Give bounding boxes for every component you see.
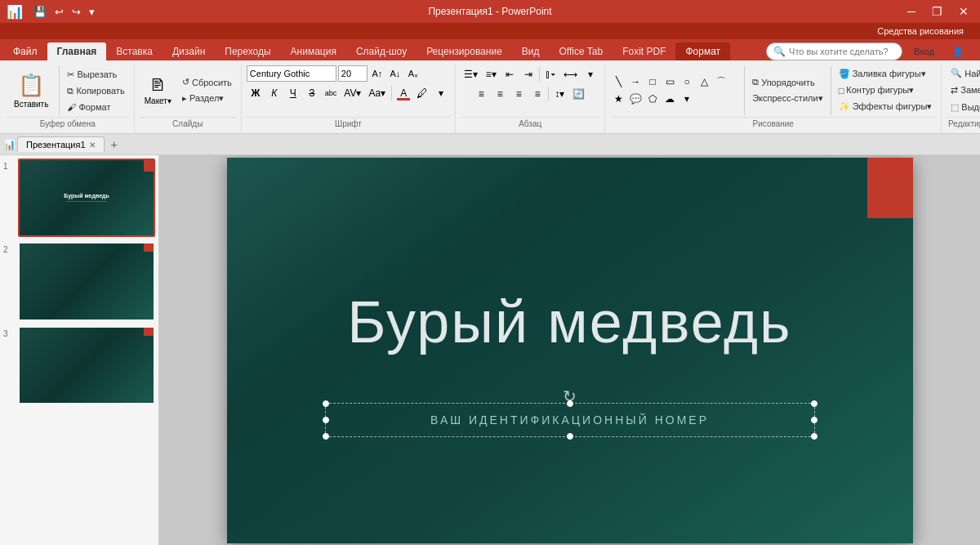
decrease-indent-button[interactable]: ⇤: [501, 65, 519, 83]
tab-officetab[interactable]: Office Tab: [550, 42, 613, 60]
font-size-up-button[interactable]: A↑: [369, 65, 385, 82]
express-styles-button[interactable]: Экспресс-стили▾: [748, 91, 826, 106]
justify-button[interactable]: ≡: [528, 85, 546, 103]
slide-canvas[interactable]: Бурый медведь ↻ ВАШ ИДЕНТИФИКАЦИОННЫЙ НО…: [227, 158, 913, 543]
slide-item-3[interactable]: 3: [3, 326, 155, 404]
paste-button[interactable]: 📋 Вставить: [7, 69, 56, 113]
underline-button[interactable]: Ч: [284, 84, 302, 102]
shape-star-button[interactable]: ★: [610, 91, 626, 107]
tab-file[interactable]: Файл: [3, 42, 47, 60]
handle-bottom-center[interactable]: [567, 433, 573, 440]
handle-top-left[interactable]: [323, 400, 329, 407]
tab-view[interactable]: Вид: [512, 42, 550, 60]
search-box[interactable]: 🔍: [766, 42, 902, 60]
font-name-input[interactable]: [247, 65, 336, 82]
slide-main-title[interactable]: Бурый медведь: [227, 288, 913, 355]
new-tab-button[interactable]: +: [105, 136, 124, 154]
search-input[interactable]: [789, 47, 895, 56]
slide-thumb-2[interactable]: [18, 242, 155, 320]
shape-rounded-button[interactable]: ▭: [662, 74, 678, 90]
shape-connector-button[interactable]: ⌒: [713, 74, 729, 90]
font-color-button[interactable]: A: [394, 84, 412, 102]
find-button[interactable]: 🔍 Найти: [947, 65, 980, 81]
cut-button[interactable]: ✂ Вырезать: [63, 67, 128, 83]
spacing-button[interactable]: AV▾: [341, 84, 364, 102]
minimize-button[interactable]: ─: [902, 3, 920, 20]
slide-item-1[interactable]: 1 Бурый медведь ——————————: [3, 159, 155, 237]
slide-thumb-1[interactable]: Бурый медведь ——————————: [18, 159, 155, 237]
handle-top-center[interactable]: [567, 400, 573, 407]
increase-indent-button[interactable]: ⇥: [519, 65, 537, 83]
user-icon-button[interactable]: 👤: [946, 44, 970, 60]
handle-middle-left[interactable]: [323, 417, 329, 423]
copy-button[interactable]: ⧉ Копировать: [63, 83, 128, 99]
format-painter-button[interactable]: 🖌 Формат: [63, 100, 128, 114]
handle-middle-right[interactable]: [811, 417, 817, 423]
tab-design[interactable]: Дизайн: [163, 42, 215, 60]
shape-fill-button[interactable]: 🪣 Заливка фигуры▾: [835, 66, 937, 82]
shape-rect-button[interactable]: □: [644, 74, 661, 90]
strikethrough-button[interactable]: З: [303, 84, 321, 102]
customize-qat-button[interactable]: ▾: [87, 5, 97, 19]
undo-button[interactable]: ↩: [52, 5, 66, 19]
shape-effects-button[interactable]: ✨ Эффекты фигуры▾: [835, 99, 937, 114]
shape-callout-button[interactable]: 💬: [627, 91, 644, 107]
tab-transitions[interactable]: Переходы: [215, 42, 280, 60]
shape-triangle-button[interactable]: △: [696, 74, 712, 90]
subscript-button[interactable]: abc: [322, 84, 341, 102]
tab-insert[interactable]: Вставка: [106, 42, 163, 60]
clear-format-button[interactable]: Aₓ: [405, 65, 421, 82]
handle-bottom-left[interactable]: [323, 433, 329, 440]
slide-textbox[interactable]: ВАШ ИДЕНТИФИКАЦИОННЫЙ НОМЕР: [325, 403, 815, 437]
arrange-button[interactable]: ⧉ Упорядочить: [748, 74, 826, 90]
section-button[interactable]: ▸ Раздел▾: [178, 91, 236, 106]
direction-button[interactable]: ⟷: [560, 65, 581, 83]
slide-subtitle-text[interactable]: ВАШ ИДЕНТИФИКАЦИОННЫЙ НОМЕР: [336, 413, 804, 427]
close-button[interactable]: ✕: [954, 3, 973, 20]
align-center-button[interactable]: ≡: [491, 85, 509, 103]
change-case-button[interactable]: Aa▾: [365, 84, 389, 102]
reset-slide-button[interactable]: ↺ Сбросить: [178, 74, 236, 90]
tab-format[interactable]: Формат: [675, 42, 730, 60]
shape-outline-button[interactable]: □ Контур фигуры▾: [835, 83, 937, 98]
para-expand-button[interactable]: ▾: [581, 65, 599, 83]
columns-button[interactable]: ⫿▾: [541, 65, 559, 83]
italic-button[interactable]: К: [265, 84, 283, 102]
restore-button[interactable]: ❐: [927, 3, 947, 20]
tab-home[interactable]: Главная: [47, 42, 107, 60]
new-slide-button[interactable]: 🖹 Макет▾: [140, 69, 176, 113]
slide-thumb-3[interactable]: [18, 326, 155, 404]
signin-button[interactable]: Вход: [907, 44, 941, 59]
shape-more-button[interactable]: ▾: [679, 91, 695, 107]
tab-review[interactable]: Рецензирование: [416, 42, 512, 60]
font-size-down-button[interactable]: A↓: [387, 65, 403, 82]
replace-button[interactable]: ⇄ Заменить▾: [947, 83, 980, 98]
select-button[interactable]: ⬚ Выделить▾: [947, 100, 980, 115]
font-expand-button[interactable]: ▾: [432, 84, 450, 102]
tab-animation[interactable]: Анимация: [281, 42, 346, 60]
doc-tab-close[interactable]: ✕: [89, 141, 96, 150]
align-right-button[interactable]: ≡: [510, 85, 528, 103]
tab-slideshow[interactable]: Слайд-шоу: [346, 42, 416, 60]
handle-bottom-right[interactable]: [811, 433, 817, 440]
line-spacing-button[interactable]: ↕▾: [550, 85, 568, 103]
shape-line-button[interactable]: ╲: [610, 74, 626, 90]
numbering-button[interactable]: ≡▾: [482, 65, 500, 83]
handle-top-right[interactable]: [811, 400, 817, 407]
save-button[interactable]: 💾: [31, 5, 49, 19]
doc-tab-presentation1[interactable]: Презентация1 ✕: [17, 136, 105, 152]
arrange-icon: ⧉: [752, 77, 759, 87]
slide-item-2[interactable]: 2: [3, 242, 155, 320]
bullets-button[interactable]: ☰▾: [461, 65, 481, 83]
convert-smartart-button[interactable]: 🔄: [569, 85, 588, 103]
tab-foxitpdf[interactable]: Foxit PDF: [612, 42, 675, 60]
shape-arrow-button[interactable]: →: [627, 74, 644, 90]
highlight-button[interactable]: 🖊: [413, 84, 431, 102]
font-size-input[interactable]: [338, 65, 368, 82]
align-left-button[interactable]: ≡: [472, 85, 490, 103]
bold-button[interactable]: Ж: [247, 84, 265, 102]
redo-button[interactable]: ↪: [69, 5, 83, 19]
shape-oval-button[interactable]: ○: [679, 74, 695, 90]
shape-cloud-button[interactable]: ☁: [662, 91, 678, 107]
shape-pentagon-button[interactable]: ⬠: [644, 91, 661, 107]
